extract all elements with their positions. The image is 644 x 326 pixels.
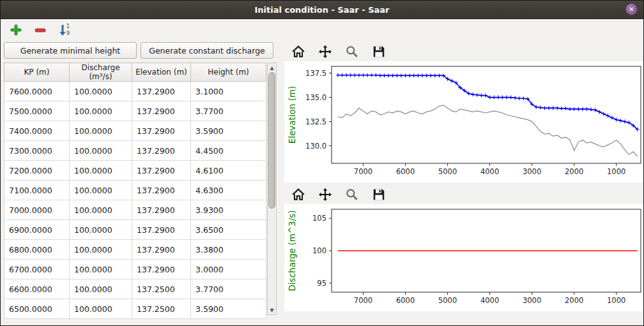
table-cell[interactable]: 100.0000 bbox=[70, 220, 132, 240]
table-cell[interactable]: 137.2900 bbox=[132, 82, 191, 101]
table-row[interactable]: 7500.0000100.0000137.29003.7700 bbox=[4, 101, 266, 121]
table-row[interactable]: 7300.0000100.0000137.29004.4500 bbox=[4, 141, 266, 161]
table-cell[interactable]: 100.0000 bbox=[70, 141, 132, 161]
scroll-up-arrow[interactable]: ▲ bbox=[268, 63, 276, 72]
svg-text:Discharge (m^3/s): Discharge (m^3/s) bbox=[287, 210, 297, 291]
table-cell[interactable]: 100.0000 bbox=[70, 181, 132, 200]
table-row[interactable]: 6700.0000100.0000137.29003.0000 bbox=[4, 260, 266, 279]
table-cell[interactable]: 3.5900 bbox=[191, 299, 266, 319]
table-cell[interactable]: 6700.0000 bbox=[4, 260, 70, 279]
titlebar[interactable]: Initial condition - Saar - Saar ✕ bbox=[1, 1, 643, 19]
table-cell[interactable]: 7500.0000 bbox=[4, 101, 70, 121]
table-row[interactable]: 7600.0000100.0000137.29003.1000 bbox=[4, 82, 266, 101]
table-cell[interactable]: 137.2900 bbox=[132, 220, 191, 240]
discharge-chart[interactable]: 700060005000400030002000100095100105Disc… bbox=[284, 204, 644, 311]
table-cell[interactable]: 7300.0000 bbox=[4, 141, 70, 161]
table-cell[interactable]: 137.2900 bbox=[132, 181, 191, 200]
table-cell[interactable]: 4.6100 bbox=[191, 161, 266, 181]
table-row[interactable]: 7000.0000100.0000137.29003.9300 bbox=[4, 200, 266, 220]
remove-row-button[interactable] bbox=[33, 22, 48, 38]
table-cell[interactable]: 100.0000 bbox=[70, 240, 132, 260]
table-cell[interactable]: 7600.0000 bbox=[4, 82, 70, 101]
column-header[interactable]: KP (m) bbox=[4, 63, 70, 82]
generate-constant-discharge-button[interactable]: Generate constant discharge bbox=[141, 42, 273, 59]
home-button[interactable] bbox=[291, 44, 306, 59]
table-cell[interactable]: 3.7700 bbox=[191, 279, 266, 299]
table-cell[interactable]: 6600.0000 bbox=[4, 279, 70, 299]
add-row-button[interactable] bbox=[8, 22, 24, 38]
table-cell[interactable]: 7200.0000 bbox=[4, 161, 70, 181]
zoom-icon bbox=[345, 45, 359, 59]
table-row[interactable]: 7200.0000100.0000137.29004.6100 bbox=[4, 161, 266, 181]
table-cell[interactable]: 100.0000 bbox=[70, 200, 132, 220]
table-cell[interactable]: 7000.0000 bbox=[4, 200, 70, 220]
table-cell[interactable]: 6900.0000 bbox=[4, 220, 70, 240]
table-cell[interactable]: 137.2900 bbox=[132, 260, 191, 279]
save-button[interactable] bbox=[371, 187, 387, 202]
table-row[interactable]: 7400.0000100.0000137.29003.5900 bbox=[4, 121, 266, 141]
table-cell[interactable]: 137.2900 bbox=[132, 121, 191, 141]
table-cell[interactable]: 137.2900 bbox=[132, 161, 191, 181]
scroll-track[interactable] bbox=[268, 72, 276, 306]
save-button[interactable] bbox=[371, 44, 387, 59]
table-scrollbar[interactable]: ▲ ▼ bbox=[267, 63, 277, 315]
generate-minimal-height-button[interactable]: Generate minimal height bbox=[4, 42, 137, 59]
column-header[interactable]: Discharge (m³/s) bbox=[70, 63, 132, 82]
table-cell[interactable]: 3.1000 bbox=[191, 82, 266, 101]
table-cell[interactable]: 3.9300 bbox=[191, 200, 266, 220]
table-cell[interactable]: 3.0000 bbox=[191, 260, 266, 279]
close-button[interactable]: ✕ bbox=[625, 3, 638, 15]
table-row[interactable]: 6600.0000100.0000137.25003.7700 bbox=[4, 279, 266, 299]
scroll-thumb[interactable] bbox=[268, 72, 275, 209]
table-cell[interactable]: 137.2900 bbox=[132, 141, 191, 161]
table-cell[interactable]: 100.0000 bbox=[70, 101, 132, 121]
table-cell[interactable]: 137.2900 bbox=[132, 200, 191, 220]
svg-text:9: 9 bbox=[66, 31, 70, 36]
table-cell[interactable]: 137.2900 bbox=[132, 240, 191, 260]
elevation-chart[interactable]: 7000600050004000300020001000130.0132.513… bbox=[284, 61, 644, 182]
save-icon bbox=[372, 188, 386, 202]
svg-text:5000: 5000 bbox=[438, 167, 457, 176]
table-cell[interactable]: 3.7700 bbox=[191, 101, 266, 121]
table-cell[interactable]: 7400.0000 bbox=[4, 121, 70, 141]
table-row[interactable]: 6800.0000100.0000137.29003.3800 bbox=[4, 240, 266, 260]
table-row[interactable]: 6500.0000100.0000137.25003.5900 bbox=[4, 299, 266, 319]
table-cell[interactable]: 100.0000 bbox=[70, 260, 132, 279]
window-title: Initial condition - Saar - Saar bbox=[254, 5, 389, 15]
table-cell[interactable]: 100.0000 bbox=[70, 161, 132, 181]
table-cell[interactable]: 7100.0000 bbox=[4, 181, 70, 200]
scroll-down-arrow[interactable]: ▼ bbox=[268, 306, 276, 315]
svg-text:1000: 1000 bbox=[607, 296, 625, 305]
main-toolbar: 1 9 bbox=[1, 19, 643, 41]
pan-button[interactable] bbox=[318, 187, 333, 202]
table-cell[interactable]: 6800.0000 bbox=[4, 240, 70, 260]
table-cell[interactable]: 137.2500 bbox=[132, 299, 191, 319]
table-cell[interactable]: 3.6500 bbox=[191, 220, 266, 240]
svg-text:105: 105 bbox=[312, 214, 326, 223]
zoom-icon bbox=[345, 188, 359, 202]
sort-button[interactable]: 1 9 bbox=[57, 22, 72, 38]
table-cell[interactable]: 3.3800 bbox=[191, 240, 266, 260]
table-cell[interactable]: 4.4500 bbox=[191, 141, 266, 161]
svg-text:135.0: 135.0 bbox=[305, 93, 326, 102]
table-cell[interactable]: 100.0000 bbox=[70, 279, 132, 299]
table-cell[interactable]: 100.0000 bbox=[70, 121, 132, 141]
column-header[interactable]: Height (m) bbox=[191, 63, 266, 82]
table-cell[interactable]: 100.0000 bbox=[70, 82, 132, 101]
column-header[interactable]: Elevation (m) bbox=[132, 63, 191, 82]
table-cell[interactable]: 137.2500 bbox=[132, 279, 191, 299]
zoom-button[interactable] bbox=[344, 187, 360, 202]
pan-button[interactable] bbox=[318, 44, 333, 59]
svg-text:2000: 2000 bbox=[565, 296, 583, 305]
table-cell[interactable]: 6500.0000 bbox=[4, 299, 70, 319]
table-cell[interactable]: 3.5900 bbox=[191, 121, 266, 141]
home-button[interactable] bbox=[291, 187, 306, 202]
initial-condition-table[interactable]: KP (m)Discharge (m³/s)Elevation (m)Heigh… bbox=[4, 63, 266, 319]
zoom-button[interactable] bbox=[344, 44, 360, 59]
table-cell[interactable]: 137.2900 bbox=[132, 101, 191, 121]
table-row[interactable]: 6900.0000100.0000137.29003.6500 bbox=[4, 220, 266, 240]
pan-icon bbox=[318, 188, 332, 202]
table-cell[interactable]: 4.6300 bbox=[191, 181, 266, 200]
table-row[interactable]: 7100.0000100.0000137.29004.6300 bbox=[4, 181, 266, 200]
table-cell[interactable]: 100.0000 bbox=[70, 299, 132, 319]
